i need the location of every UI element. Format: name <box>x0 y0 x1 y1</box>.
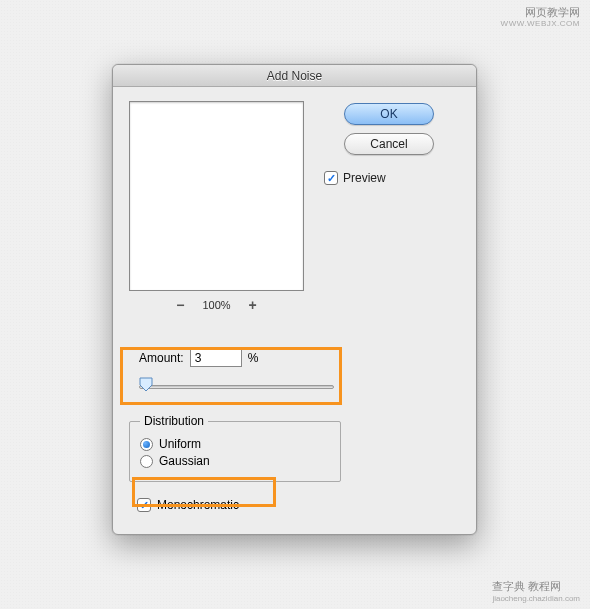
zoom-level: 100% <box>202 299 230 311</box>
zoom-out-button[interactable]: − <box>176 297 184 313</box>
ok-button[interactable]: OK <box>344 103 434 125</box>
radio-uniform-label: Uniform <box>159 437 201 451</box>
watermark-top-main: 网页教学网 <box>501 6 580 19</box>
add-noise-dialog: Add Noise − 100% + OK Cancel ✓ Preview <box>112 64 477 535</box>
slider-track <box>139 385 334 389</box>
distribution-legend: Distribution <box>140 414 208 428</box>
watermark-top: 网页教学网 WWW.WEBJX.COM <box>501 6 580 29</box>
monochromatic-checkbox[interactable]: ✓ <box>137 498 151 512</box>
amount-group: Amount: % <box>129 341 460 407</box>
cancel-button[interactable]: Cancel <box>344 133 434 155</box>
monochromatic-group: ✓ Monochromatic <box>129 492 247 518</box>
slider-thumb-icon[interactable] <box>139 377 153 392</box>
preview-label: Preview <box>343 171 386 185</box>
watermark-bottom-main: 查字典 教程网 <box>492 580 561 592</box>
watermark-bottom: 查字典 教程网 jiaocheng.chazidian.com <box>492 579 580 603</box>
zoom-in-button[interactable]: + <box>249 297 257 313</box>
radio-gaussian[interactable] <box>140 455 153 468</box>
preview-checkbox[interactable]: ✓ <box>324 171 338 185</box>
dialog-title: Add Noise <box>113 65 476 87</box>
watermark-top-sub: WWW.WEBJX.COM <box>501 19 580 29</box>
amount-slider[interactable] <box>139 379 334 395</box>
preview-area <box>129 101 304 291</box>
distribution-group: Distribution Uniform Gaussian <box>129 421 341 482</box>
radio-uniform[interactable] <box>140 438 153 451</box>
radio-gaussian-label: Gaussian <box>159 454 210 468</box>
amount-input[interactable] <box>190 349 242 367</box>
amount-label: Amount: <box>139 351 184 365</box>
monochromatic-label: Monochromatic <box>157 498 239 512</box>
watermark-bottom-sub: jiaocheng.chazidian.com <box>492 594 580 603</box>
amount-unit: % <box>248 351 259 365</box>
